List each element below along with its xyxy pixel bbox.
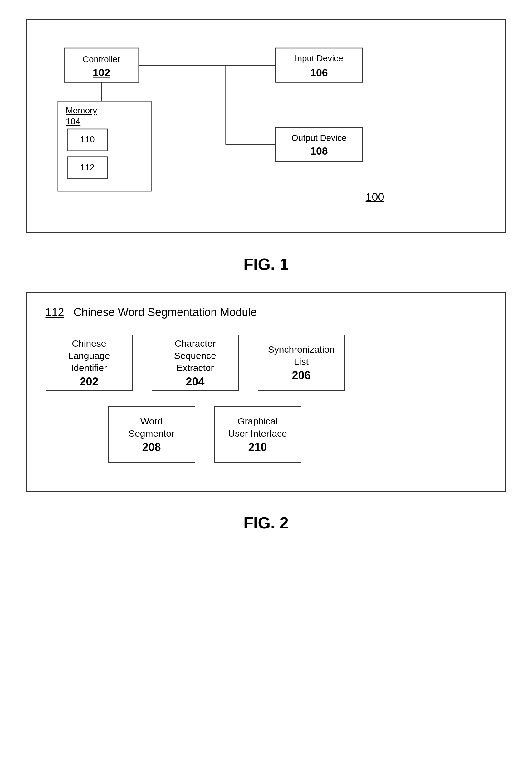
ws-number: 208	[142, 441, 161, 454]
synchronization-list-box: SynchronizationList 206	[258, 334, 345, 391]
cli-label: ChineseLanguageIdentifier	[68, 337, 110, 374]
fig2-row2: WordSegmentor 208 GraphicalUser Interfac…	[39, 406, 493, 463]
sl-number: 206	[292, 369, 311, 382]
gui-number: 210	[248, 441, 267, 454]
cli-number: 202	[79, 375, 98, 388]
module-title: Chinese Word Segmentation Module	[73, 306, 257, 319]
fig2-header: 112 Chinese Word Segmentation Module	[39, 306, 493, 319]
fig2-row1: ChineseLanguageIdentifier 202 CharacterS…	[39, 334, 493, 391]
graphical-user-interface-box: GraphicalUser Interface 210	[214, 406, 302, 463]
svg-text:100: 100	[365, 191, 384, 203]
module-number: 112	[46, 306, 64, 319]
svg-text:106: 106	[310, 67, 328, 79]
svg-text:110: 110	[80, 135, 95, 144]
svg-text:104: 104	[66, 116, 80, 126]
fig1-diagram: Controller 102 Memory 104 110 112	[39, 32, 493, 220]
svg-text:102: 102	[92, 67, 110, 79]
fig1-caption: FIG. 1	[243, 255, 288, 274]
gui-label: GraphicalUser Interface	[228, 415, 287, 440]
cse-label: CharacterSequenceExtractor	[174, 337, 216, 374]
fig2-caption: FIG. 2	[243, 513, 288, 532]
chinese-language-identifier-box: ChineseLanguageIdentifier 202	[46, 334, 133, 391]
svg-text:112: 112	[80, 162, 95, 172]
fig1-container: Controller 102 Memory 104 110 112	[26, 19, 506, 233]
ws-label: WordSegmentor	[129, 415, 175, 440]
svg-text:Controller: Controller	[82, 54, 120, 64]
svg-text:Memory: Memory	[66, 105, 97, 115]
svg-text:Output Device: Output Device	[291, 133, 346, 143]
cse-number: 204	[186, 375, 204, 388]
svg-text:Input Device: Input Device	[295, 54, 343, 63]
word-segmentor-box: WordSegmentor 208	[108, 406, 195, 463]
sl-label: SynchronizationList	[268, 343, 334, 368]
svg-text:108: 108	[310, 145, 328, 157]
character-sequence-extractor-box: CharacterSequenceExtractor 204	[152, 334, 239, 391]
fig2-container: 112 Chinese Word Segmentation Module Chi…	[26, 292, 506, 491]
